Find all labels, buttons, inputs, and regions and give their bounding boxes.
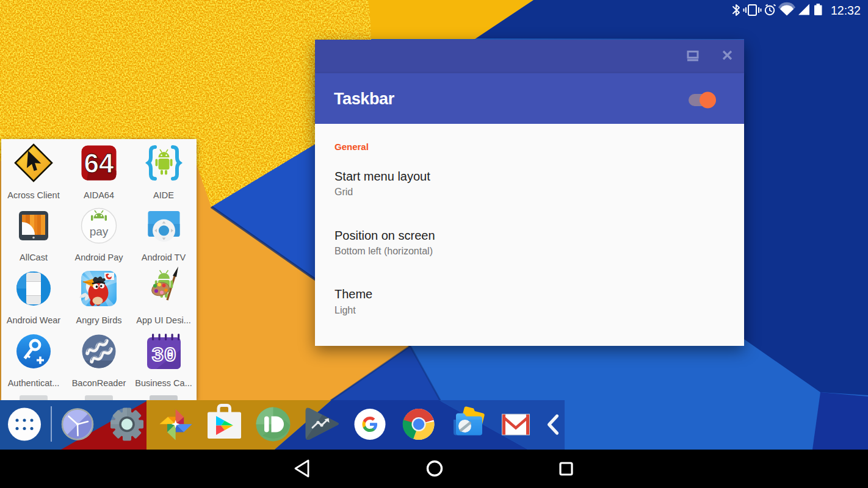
svg-text:64: 64: [84, 148, 114, 178]
svg-text:12:32: 12:32: [831, 4, 861, 17]
svg-text:pay: pay: [90, 225, 109, 238]
svg-text:30: 30: [151, 344, 176, 367]
